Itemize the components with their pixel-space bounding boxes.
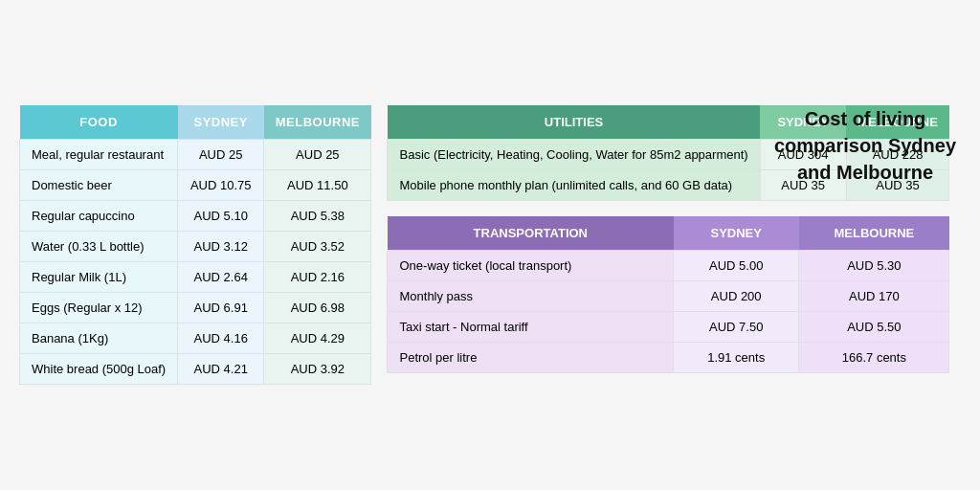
table-row: Eggs (Regular x 12) AUD 6.91 AUD 6.98 [20, 293, 371, 323]
main-container: FOOD SYDNEY MELBOURNE Meal, regular rest… [19, 105, 961, 385]
food-item: Regular Milk (1L) [20, 262, 178, 293]
food-item: Eggs (Regular x 12) [20, 293, 178, 323]
food-item: Meal, regular restaurant [20, 140, 178, 170]
table-row: Monthly pass AUD 200 AUD 170 [388, 281, 949, 312]
food-melbourne-value: AUD 3.52 [264, 232, 371, 262]
food-melbourne-value: AUD 25 [264, 140, 371, 170]
table-row: Domestic beer AUD 10.75 AUD 11.50 [20, 170, 371, 201]
food-melbourne-value: AUD 5.38 [264, 201, 371, 232]
util-item: Basic (Electricity, Heating, Cooling, Wa… [388, 140, 760, 170]
trans-melbourne-value: AUD 5.50 [799, 312, 949, 343]
food-sydney-value: AUD 5.10 [178, 201, 264, 232]
food-melbourne-value: AUD 2.16 [264, 262, 371, 293]
trans-sydney-value: AUD 200 [674, 281, 799, 312]
table-row: Regular capuccino AUD 5.10 AUD 5.38 [20, 201, 371, 232]
trans-melbourne-value: AUD 5.30 [799, 251, 949, 281]
table-row: White bread (500g Loaf) AUD 4.21 AUD 3.9… [20, 354, 371, 385]
trans-melbourne-header: MELBOURNE [799, 216, 949, 251]
food-sydney-value: AUD 25 [178, 140, 264, 170]
trans-sydney-header: SYDNEY [674, 216, 799, 251]
food-item: Banana (1Kg) [20, 323, 178, 354]
food-melbourne-header: MELBOURNE [264, 105, 371, 140]
food-table: FOOD SYDNEY MELBOURNE Meal, regular rest… [19, 105, 371, 385]
trans-item: Petrol per litre [388, 343, 674, 373]
food-melbourne-value: AUD 11.50 [264, 170, 371, 201]
transportation-table: TRANSPORTATION SYDNEY MELBOURNE One-way … [387, 216, 949, 373]
table-row: Water (0.33 L bottle) AUD 3.12 AUD 3.52 [20, 232, 371, 262]
trans-item: Taxi start - Normal tariff [388, 312, 674, 343]
table-row: One-way ticket (local transport) AUD 5.0… [388, 251, 949, 281]
food-item: Regular capuccino [20, 201, 178, 232]
food-sydney-value: AUD 6.91 [178, 293, 264, 323]
util-item: Mobile phone monthly plan (unlimited cal… [388, 170, 760, 201]
table-row: Banana (1Kg) AUD 4.16 AUD 4.29 [20, 323, 371, 354]
food-sydney-value: AUD 3.12 [178, 232, 264, 262]
tables-section: FOOD SYDNEY MELBOURNE Meal, regular rest… [19, 105, 746, 385]
trans-item: Monthly pass [388, 281, 674, 312]
food-melbourne-value: AUD 4.29 [264, 323, 371, 354]
trans-melbourne-value: 166.7 cents [799, 343, 949, 373]
page-title: Cost of living comparison Sydney and Mel… [769, 105, 961, 186]
trans-melbourne-value: AUD 170 [799, 281, 949, 312]
food-sydney-value: AUD 2.64 [178, 262, 264, 293]
trans-header: TRANSPORTATION [388, 216, 674, 251]
food-melbourne-value: AUD 6.98 [264, 293, 371, 323]
table-row: Petrol per litre 1.91 cents 166.7 cents [388, 343, 949, 373]
food-header: FOOD [20, 105, 178, 140]
food-sydney-value: AUD 10.75 [178, 170, 264, 201]
food-item: Domestic beer [20, 170, 178, 201]
title-section: Cost of living comparison Sydney and Mel… [769, 105, 961, 186]
food-item: Water (0.33 L bottle) [20, 232, 178, 262]
trans-item: One-way ticket (local transport) [388, 251, 674, 281]
table-row: Regular Milk (1L) AUD 2.64 AUD 2.16 [20, 262, 371, 293]
food-sydney-value: AUD 4.21 [178, 354, 264, 385]
table-row: Meal, regular restaurant AUD 25 AUD 25 [20, 140, 371, 170]
food-melbourne-value: AUD 3.92 [264, 354, 371, 385]
food-sydney-header: SYDNEY [178, 105, 264, 140]
util-header: UTILITIES [388, 105, 760, 140]
trans-sydney-value: AUD 7.50 [674, 312, 799, 343]
table-row: Taxi start - Normal tariff AUD 7.50 AUD … [388, 312, 949, 343]
trans-sydney-value: 1.91 cents [674, 343, 799, 373]
trans-sydney-value: AUD 5.00 [674, 251, 799, 281]
food-sydney-value: AUD 4.16 [178, 323, 264, 354]
food-item: White bread (500g Loaf) [20, 354, 178, 385]
